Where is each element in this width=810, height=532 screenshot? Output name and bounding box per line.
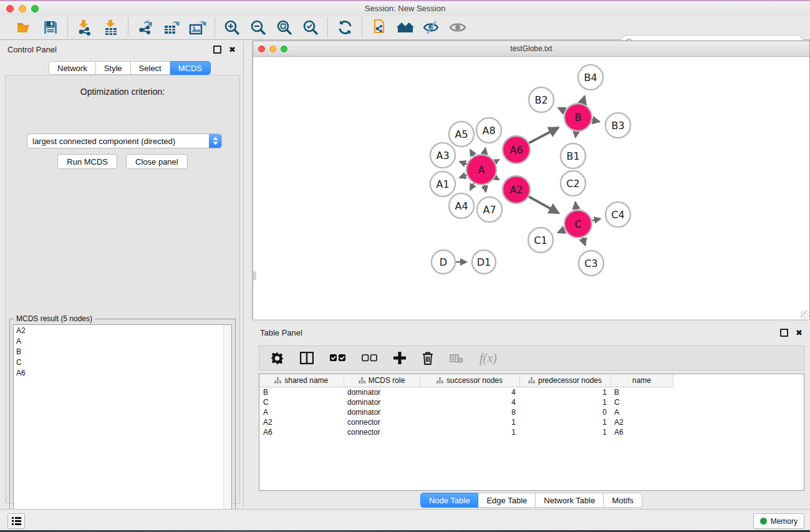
criterion-value: largest connected component (directed) xyxy=(27,137,209,146)
graph-edge-C-C4[interactable] xyxy=(592,219,600,221)
network-graph[interactable]: AA1A2A3A4A5A6A7A8BB1B2B3B4CC1C2C3C4DD1 xyxy=(253,57,809,319)
close-panel-button[interactable]: Close panel xyxy=(126,154,188,169)
graph-node-label: A4 xyxy=(455,200,468,212)
open-file-icon[interactable] xyxy=(15,18,34,37)
network-window-titlebar[interactable]: testGlobe.txt xyxy=(253,41,809,57)
table-row[interactable]: Cdominator41C xyxy=(259,397,673,407)
export-network-icon[interactable] xyxy=(136,18,155,37)
tab-motifs[interactable]: Motifs xyxy=(604,493,642,508)
table-row[interactable]: Adominator80A xyxy=(259,407,673,417)
show-all-icon[interactable] xyxy=(448,18,467,37)
float-panel-icon[interactable] xyxy=(213,46,221,54)
graph-edge-A-A7[interactable] xyxy=(485,185,486,191)
graph-edge-A6-B[interactable] xyxy=(529,128,558,143)
tab-edge-table[interactable]: Edge Table xyxy=(478,493,536,508)
graph-edge-C-C1[interactable] xyxy=(558,230,565,233)
node-table-grid[interactable]: shared name MCDS role successor nodes pr… xyxy=(259,374,673,437)
column-header[interactable]: MCDS role xyxy=(344,374,420,387)
graph-edge-A-A4[interactable] xyxy=(470,183,474,190)
list-item[interactable]: A6 xyxy=(14,367,231,378)
import-table-icon[interactable] xyxy=(102,18,120,37)
save-session-icon[interactable] xyxy=(41,18,60,37)
table-row[interactable]: Bdominator41B xyxy=(259,387,673,398)
edit-column-icon xyxy=(436,377,443,384)
dropdown-stepper-icon xyxy=(209,134,221,148)
column-header[interactable]: name xyxy=(610,374,673,387)
column-header[interactable]: successor nodes xyxy=(420,374,519,387)
tab-style[interactable]: Style xyxy=(96,61,131,75)
tab-mcds[interactable]: MCDS xyxy=(170,61,211,75)
graph-edge-C-C3[interactable] xyxy=(582,238,585,246)
tab-node-table[interactable]: Node Table xyxy=(420,493,479,508)
control-panel-title: Control Panel xyxy=(7,45,213,54)
graph-node-label: C3 xyxy=(584,258,597,269)
tab-network-table[interactable]: Network Table xyxy=(536,493,604,508)
delete-column-icon[interactable] xyxy=(422,352,433,365)
list-item[interactable]: A2 xyxy=(14,325,231,336)
first-neighbors-icon[interactable] xyxy=(370,18,388,37)
gear-icon[interactable] xyxy=(271,352,284,365)
close-panel-icon[interactable]: ✖ xyxy=(229,46,236,54)
table-toolbar: f(x) xyxy=(259,346,804,370)
zoom-selected-icon[interactable] xyxy=(301,18,320,37)
zoom-out-icon[interactable] xyxy=(249,18,268,37)
graph-edge-A-A8[interactable] xyxy=(485,148,486,154)
float-table-panel-icon[interactable] xyxy=(780,329,788,337)
graph-node-label: A1 xyxy=(436,178,449,190)
graph-edge-A-A3[interactable] xyxy=(460,162,467,164)
import-network-icon[interactable] xyxy=(75,18,94,37)
tab-network[interactable]: Network xyxy=(49,61,96,75)
graph-node-label: C2 xyxy=(566,178,579,190)
graph-node-label: C1 xyxy=(534,235,547,246)
mcds-result-list[interactable]: A2 A B C A6 xyxy=(13,324,232,526)
add-column-icon[interactable] xyxy=(393,352,406,364)
resize-grip[interactable] xyxy=(801,311,809,319)
table-panel: Table Panel ✖ xyxy=(253,324,810,508)
graph-node-label: A xyxy=(478,164,485,176)
graph-node-label: A5 xyxy=(455,128,468,140)
table-row[interactable]: A2connector11A2 xyxy=(259,417,673,427)
close-table-panel-icon[interactable]: ✖ xyxy=(796,329,803,337)
graph-edge-A-A1[interactable] xyxy=(460,175,467,178)
zoom-fit-icon[interactable] xyxy=(275,18,294,37)
canvas-vscroll-hint[interactable] xyxy=(253,271,256,280)
main-toolbar xyxy=(0,16,810,40)
run-mcds-button[interactable]: Run MCDS xyxy=(57,154,117,169)
memory-button[interactable]: Memory xyxy=(753,513,804,529)
deselect-all-icon[interactable] xyxy=(362,354,377,362)
graph-edge-B-B1[interactable] xyxy=(576,132,576,137)
application-window: Session: New Session xyxy=(0,0,810,532)
export-image-icon[interactable] xyxy=(188,18,207,37)
graph-edge-C-C2[interactable] xyxy=(576,202,577,210)
graph-edge-A-A6[interactable] xyxy=(495,160,499,162)
graph-edge-A-A2[interactable] xyxy=(495,177,499,180)
home-icon[interactable] xyxy=(396,18,415,37)
column-header[interactable]: shared name xyxy=(259,374,344,387)
graph-node-label: B4 xyxy=(584,72,597,84)
network-canvas[interactable]: AA1A2A3A4A5A6A7A8BB1B2B3B4CC1C2C3C4DD1 xyxy=(253,57,809,319)
export-table-icon[interactable] xyxy=(162,18,181,37)
hide-selected-icon[interactable] xyxy=(422,18,441,37)
graph-node-label: A8 xyxy=(482,125,495,137)
select-all-icon[interactable] xyxy=(330,354,345,362)
graph-edge-A2-C[interactable] xyxy=(529,196,559,213)
table-row[interactable]: A6connector11A6 xyxy=(259,427,673,437)
list-item[interactable]: B xyxy=(14,346,231,357)
split-table-icon[interactable] xyxy=(300,352,314,364)
task-history-icon[interactable] xyxy=(7,513,25,529)
column-header[interactable]: predecessor nodes xyxy=(519,374,610,387)
graph-edge-A-A5[interactable] xyxy=(470,150,474,156)
graph-edge-B-B4[interactable] xyxy=(582,96,585,104)
zoom-in-icon[interactable] xyxy=(223,18,241,37)
edit-column-icon xyxy=(528,377,535,384)
tab-select[interactable]: Select xyxy=(131,61,170,75)
list-scrollbar[interactable] xyxy=(223,325,231,525)
graph-edge-B-B3[interactable] xyxy=(592,120,600,122)
list-item[interactable]: C xyxy=(14,357,231,367)
table-header-row: shared name MCDS role successor nodes pr… xyxy=(259,374,673,387)
list-item[interactable]: A xyxy=(14,336,231,346)
criterion-dropdown[interactable]: largest connected component (directed) xyxy=(27,133,222,148)
graph-edge-B-B2[interactable] xyxy=(558,108,565,111)
refresh-icon[interactable] xyxy=(335,18,354,37)
network-view-window: testGlobe.txt AA1A2A3A4A5A6A7A8BB1B2B3B4… xyxy=(253,41,810,319)
